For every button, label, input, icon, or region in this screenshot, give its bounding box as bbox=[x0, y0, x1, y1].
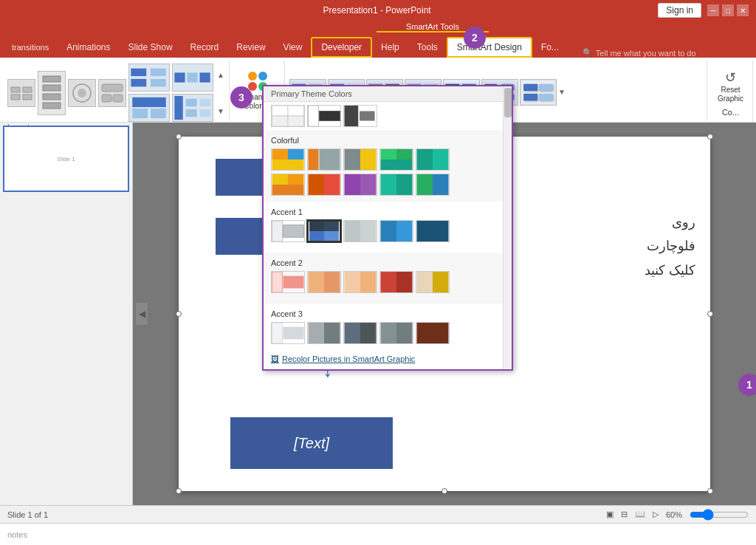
handle-bl[interactable] bbox=[176, 488, 182, 494]
colorful-swatch-7[interactable] bbox=[307, 174, 341, 196]
accent2-swatch-4[interactable] bbox=[379, 271, 413, 293]
minimize-button[interactable]: ─ bbox=[707, 4, 719, 16]
accent2-swatch-1[interactable] bbox=[271, 271, 305, 293]
colorful-swatch-8[interactable] bbox=[343, 174, 377, 196]
text-box-bottom[interactable]: [Text] bbox=[230, 417, 393, 469]
svg-rect-113 bbox=[345, 323, 360, 343]
handle-tl[interactable] bbox=[176, 134, 182, 140]
svg-rect-7 bbox=[43, 103, 61, 109]
smartart-thumb-4[interactable] bbox=[172, 94, 213, 122]
tab-record[interactable]: Record bbox=[182, 37, 228, 58]
colorful-swatch-9[interactable] bbox=[379, 174, 413, 196]
zoom-slider[interactable] bbox=[690, 509, 749, 521]
accent2-swatch-3[interactable] bbox=[343, 271, 377, 293]
accent3-swatch-2[interactable] bbox=[307, 322, 341, 344]
svg-rect-105 bbox=[381, 272, 396, 292]
accent3-swatch-1[interactable] bbox=[271, 322, 305, 344]
panel-collapse-arrow[interactable]: ◀ bbox=[136, 303, 148, 325]
colorful-swatch-1[interactable] bbox=[271, 148, 305, 171]
colorful-swatch-2[interactable] bbox=[307, 148, 341, 171]
accent3-swatch-4[interactable] bbox=[379, 322, 413, 344]
smartart-thumb-2[interactable] bbox=[172, 64, 213, 92]
tab-smartart-design[interactable]: SmartArt Design bbox=[447, 37, 532, 58]
tab-tools[interactable]: Tools bbox=[408, 37, 447, 58]
primary-swatch-2[interactable] bbox=[307, 105, 341, 127]
tab-format[interactable]: Fo... bbox=[532, 37, 568, 58]
svg-rect-82 bbox=[345, 174, 360, 195]
accent3-spacer bbox=[264, 346, 503, 350]
colorful-swatch-5[interactable] bbox=[416, 148, 450, 171]
tab-slideshow[interactable]: Slide Show bbox=[120, 37, 182, 58]
svg-rect-63 bbox=[345, 106, 359, 126]
handle-ml[interactable] bbox=[176, 311, 182, 317]
slide-thumbnail[interactable]: Slide 1 bbox=[3, 126, 129, 192]
smartart-thumb-1[interactable] bbox=[128, 64, 170, 92]
svg-rect-70 bbox=[345, 149, 360, 170]
layout-icon-3[interactable] bbox=[68, 79, 96, 107]
tab-animations[interactable]: Animations bbox=[58, 37, 119, 58]
accent1-swatch-1[interactable] bbox=[271, 220, 305, 242]
svg-rect-71 bbox=[360, 149, 376, 170]
accent1-swatch-3[interactable] bbox=[343, 220, 377, 242]
handle-tr[interactable] bbox=[707, 134, 713, 140]
svg-rect-72 bbox=[381, 149, 396, 160]
svg-rect-19 bbox=[199, 72, 210, 82]
accent3-swatch-5[interactable] bbox=[416, 322, 450, 344]
restore-button[interactable]: □ bbox=[722, 4, 734, 16]
svg-rect-83 bbox=[360, 174, 376, 195]
recolor-link[interactable]: 🖼 Recolor Pictures in SmartArt Graphic bbox=[264, 352, 512, 366]
smartart-thumb-3[interactable] bbox=[128, 94, 170, 122]
dropdown-header-label: Primary Theme Colors bbox=[271, 89, 352, 98]
co-button[interactable]: Co... bbox=[722, 108, 739, 117]
svg-rect-104 bbox=[360, 272, 376, 292]
handle-mr[interactable] bbox=[707, 311, 713, 317]
tab-help[interactable]: Help bbox=[372, 37, 408, 58]
svg-rect-92 bbox=[309, 231, 324, 241]
handle-br[interactable] bbox=[707, 488, 713, 494]
dropdown-scrollbar[interactable] bbox=[503, 86, 512, 369]
style-thumb-7[interactable] bbox=[520, 79, 557, 106]
view-slideshow[interactable]: ▷ bbox=[653, 510, 659, 519]
svg-rect-2 bbox=[11, 95, 20, 100]
svg-rect-80 bbox=[309, 174, 324, 195]
view-normal[interactable]: ▣ bbox=[606, 510, 614, 519]
accent2-swatch-2[interactable] bbox=[307, 271, 341, 293]
primary-swatch-3[interactable] bbox=[343, 105, 377, 127]
styles-scroll-down[interactable]: ▼ bbox=[558, 88, 566, 96]
svg-rect-108 bbox=[433, 272, 448, 292]
accent3-swatch-3[interactable] bbox=[343, 322, 377, 344]
handle-bc[interactable] bbox=[441, 488, 447, 494]
reset-graphic-button[interactable]: ↺ ResetGraphic bbox=[716, 68, 745, 105]
tab-transitions[interactable]: transitions bbox=[3, 37, 58, 58]
colorful-swatch-4[interactable] bbox=[379, 148, 413, 171]
svg-rect-91 bbox=[324, 222, 339, 231]
badge-2: 2 bbox=[464, 27, 486, 49]
colorful-swatch-6[interactable] bbox=[271, 174, 305, 196]
layout-icon-2[interactable] bbox=[38, 71, 66, 115]
accent2-swatch-5[interactable] bbox=[416, 271, 450, 293]
colorful-section: Colorful bbox=[264, 130, 503, 202]
layouts-scroll-down[interactable]: ▲ ▼ bbox=[217, 71, 224, 115]
view-reading[interactable]: 📖 bbox=[635, 510, 645, 519]
notes-area[interactable]: notes bbox=[0, 523, 756, 545]
close-button[interactable]: ✕ bbox=[737, 4, 749, 16]
accent1-swatch-5[interactable] bbox=[416, 220, 450, 242]
primary-swatch-1[interactable] bbox=[271, 105, 305, 127]
accent2-section: Accent 2 bbox=[264, 253, 503, 304]
tab-review[interactable]: Review bbox=[227, 37, 274, 58]
scroll-thumb[interactable] bbox=[504, 88, 512, 117]
svg-rect-112 bbox=[324, 323, 340, 343]
accent1-swatch-4[interactable] bbox=[379, 220, 413, 242]
colorful-swatch-3[interactable] bbox=[343, 148, 377, 171]
layout-icon-1[interactable] bbox=[7, 79, 35, 107]
slide-count: Slide 1 of 1 bbox=[7, 510, 48, 519]
layout-icon-4[interactable] bbox=[98, 79, 126, 107]
colorful-swatch-10[interactable] bbox=[416, 174, 450, 196]
colorful-row-2 bbox=[264, 172, 503, 197]
tab-view[interactable]: View bbox=[275, 37, 312, 58]
accent1-swatch-2[interactable] bbox=[307, 220, 341, 242]
view-slide[interactable]: ⊟ bbox=[621, 510, 628, 519]
signin-button[interactable]: Sign in bbox=[658, 3, 701, 18]
tab-developer[interactable]: Developer bbox=[311, 37, 372, 58]
search-placeholder[interactable]: Tell me what you want to do bbox=[596, 49, 696, 58]
